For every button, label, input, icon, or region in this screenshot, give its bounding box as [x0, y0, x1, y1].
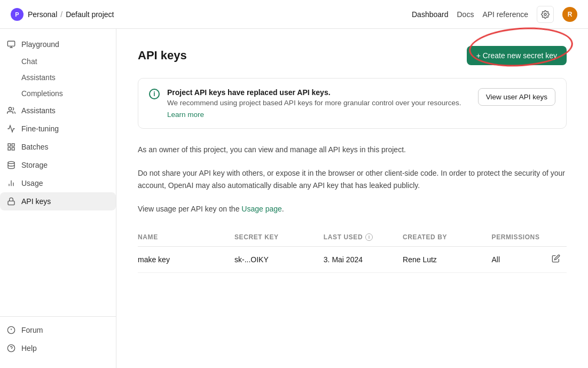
- info-icon: i: [149, 89, 160, 99]
- help-icon: [6, 343, 16, 353]
- storage-icon: [6, 160, 16, 170]
- cell-actions: [546, 246, 567, 272]
- api-keys-table: NAME SECRET KEY LAST USED i CREATED BY P…: [138, 228, 567, 273]
- description-2: Do not share your API key with others, o…: [138, 167, 567, 191]
- cell-secret-key: sk-...OIKY: [234, 246, 324, 272]
- cell-created-by: Rene Lutz: [403, 246, 492, 272]
- sidebar-item-storage-label: Storage: [21, 161, 48, 169]
- col-header-last-used: LAST USED i: [324, 228, 403, 247]
- view-user-api-keys-button[interactable]: View user API keys: [478, 88, 555, 106]
- table-row: make key sk-...OIKY 3. Mai 2024 Rene Lut…: [138, 246, 567, 272]
- svg-rect-3: [8, 144, 11, 146]
- forum-icon: [6, 325, 16, 335]
- cell-name: make key: [138, 246, 234, 272]
- col-header-name: NAME: [138, 228, 234, 247]
- description-3-prefix: View usage per API key on the: [138, 205, 241, 213]
- personal-avatar: P: [11, 8, 23, 21]
- svg-rect-5: [8, 147, 11, 150]
- nav-docs[interactable]: Docs: [457, 10, 474, 19]
- learn-more-link[interactable]: Learn more: [167, 111, 204, 119]
- sidebar-item-batches-label: Batches: [21, 143, 49, 151]
- sidebar-item-playground-label: Playground: [21, 40, 59, 49]
- usage-page-link[interactable]: Usage page: [241, 205, 282, 213]
- col-header-actions: [546, 228, 567, 247]
- sidebar-item-api-keys-label: API keys: [21, 197, 51, 206]
- sidebar-bottom: Forum Help: [0, 316, 116, 362]
- main-content: API keys + Create new secret key i Proje…: [116, 29, 588, 368]
- sidebar-item-usage[interactable]: Usage: [0, 174, 116, 192]
- breadcrumb-separator: /: [60, 10, 62, 19]
- user-avatar[interactable]: R: [562, 7, 577, 22]
- svg-point-2: [9, 107, 11, 110]
- sidebar-item-api-keys[interactable]: API keys: [0, 192, 116, 210]
- svg-point-7: [8, 161, 14, 163]
- svg-rect-1: [7, 41, 14, 46]
- sidebar-item-fine-tuning-label: Fine-tuning: [21, 124, 59, 133]
- svg-point-0: [544, 13, 546, 15]
- sidebar-item-completions[interactable]: Completions: [0, 85, 116, 101]
- create-secret-key-button[interactable]: + Create new secret key: [467, 46, 567, 65]
- last-used-info-icon[interactable]: i: [365, 233, 373, 241]
- main-header: API keys + Create new secret key: [138, 46, 567, 65]
- sidebar-item-chat[interactable]: Chat: [0, 53, 116, 69]
- sidebar-item-batches[interactable]: Batches: [0, 138, 116, 156]
- sidebar: Playground Chat Assistants Completions A…: [0, 29, 116, 368]
- sidebar-item-help-label: Help: [21, 344, 37, 353]
- breadcrumb-project[interactable]: Default project: [66, 10, 114, 19]
- sidebar-item-fine-tuning[interactable]: Fine-tuning: [0, 120, 116, 138]
- header-right: Dashboard Docs API reference R: [412, 6, 577, 23]
- header: P Personal / Default project Dashboard D…: [0, 0, 588, 29]
- assistants-icon: [6, 106, 16, 115]
- svg-rect-4: [12, 144, 14, 146]
- sidebar-item-assistants-sub[interactable]: Assistants: [0, 69, 116, 85]
- info-title: Project API keys have replaced user API …: [167, 88, 471, 97]
- settings-button[interactable]: [537, 6, 554, 23]
- nav-dashboard[interactable]: Dashboard: [412, 10, 449, 19]
- edit-button[interactable]: [552, 255, 560, 264]
- sidebar-item-forum-label: Forum: [21, 326, 43, 334]
- sidebar-item-playground[interactable]: Playground: [0, 35, 116, 53]
- sidebar-item-forum[interactable]: Forum: [0, 321, 116, 339]
- header-left: P Personal / Default project: [11, 8, 114, 21]
- breadcrumb-personal[interactable]: Personal: [28, 10, 57, 19]
- usage-icon: [6, 178, 16, 188]
- col-header-secret: SECRET KEY: [234, 228, 324, 247]
- description-1: As an owner of this project, you can vie…: [138, 144, 567, 155]
- batches-icon: [6, 142, 16, 152]
- sidebar-item-assistants-label: Assistants: [21, 106, 56, 115]
- descriptions: As an owner of this project, you can vie…: [138, 144, 567, 215]
- api-keys-icon: [6, 197, 16, 206]
- info-description: We recommend using project based API key…: [167, 99, 471, 107]
- sidebar-item-help[interactable]: Help: [0, 339, 116, 357]
- info-content: Project API keys have replaced user API …: [167, 88, 471, 119]
- layout: Playground Chat Assistants Completions A…: [0, 29, 588, 368]
- sidebar-item-usage-label: Usage: [21, 179, 43, 187]
- fine-tuning-icon: [6, 124, 16, 134]
- description-3-suffix: .: [282, 205, 284, 213]
- page-title: API keys: [138, 49, 187, 62]
- description-3: View usage per API key on the Usage page…: [138, 203, 567, 215]
- cell-last-used: 3. Mai 2024: [324, 246, 403, 272]
- cell-permissions: All: [492, 246, 546, 272]
- info-banner: i Project API keys have replaced user AP…: [138, 78, 567, 129]
- playground-icon: [6, 40, 16, 49]
- col-header-created-by: CREATED BY: [403, 228, 492, 247]
- sidebar-item-storage[interactable]: Storage: [0, 156, 116, 174]
- table-header-row: NAME SECRET KEY LAST USED i CREATED BY P…: [138, 228, 567, 247]
- nav-api-reference[interactable]: API reference: [482, 10, 528, 19]
- svg-rect-11: [8, 201, 14, 205]
- col-header-permissions: PERMISSIONS: [492, 228, 546, 247]
- svg-rect-6: [12, 147, 14, 150]
- breadcrumb: Personal / Default project: [28, 10, 114, 19]
- sidebar-item-assistants[interactable]: Assistants: [0, 101, 116, 120]
